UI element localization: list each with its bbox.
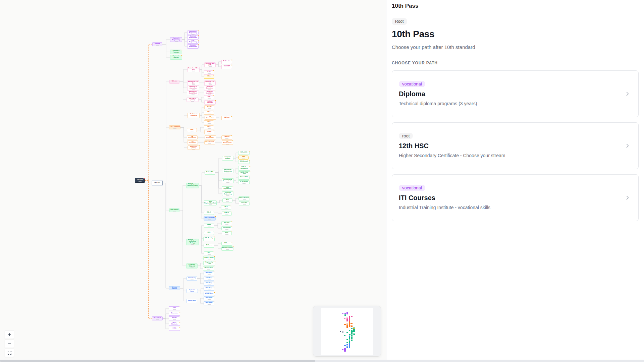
flow-node-cds[interactable]: CDS Entry (204, 277, 214, 281)
flow-node-bsc_nurs[interactable]: B.Sc Nursing (203, 237, 215, 241)
flow-node-hsc[interactable]: 12th HSC (152, 181, 163, 185)
flow-node-bsc[interactable]: B.Sc Physics/Math/Stats (204, 200, 217, 205)
flow-node-mjourn[interactable]: Master of Journalism (204, 85, 215, 90)
flow-node-dip_eng[interactable]: Diploma in Engineering (170, 37, 182, 42)
flow-node-cs2[interactable]: Computer Science (222, 156, 233, 161)
flow-node-commerce[interactable]: 12th Commerce (169, 125, 180, 129)
flow-node-cs_found[interactable]: CS Foundation (187, 140, 198, 144)
flow-node-mtech_mech[interactable]: M.Tech - Mechanical (238, 166, 250, 171)
flow-node-pcmb[interactable]: PCMB (All Subjects) (186, 263, 198, 268)
flow-node-bba[interactable]: BBA (187, 128, 197, 132)
flow-node-ca_found[interactable]: CA Foundation (187, 135, 198, 139)
flow-node-cma[interactable]: CMA (204, 120, 214, 124)
flow-node-mech_e[interactable]: Mechanical Engineering (187, 31, 199, 35)
flow-node-ba[interactable]: Bachelor of Arts (BA) (187, 67, 200, 72)
flow-node-mba_a[interactable]: MBA (204, 75, 214, 79)
flow-canvas[interactable]: 10th PassDiploma12th HSCITI CoursesDiplo… (0, 0, 386, 362)
horizontal-scrollbar[interactable] (0, 360, 644, 362)
flow-node-elec2[interactable]: Electrical Engineering (222, 191, 233, 196)
scrollbar-thumb[interactable] (0, 360, 315, 362)
flow-node-mcom[interactable]: M.Com (204, 105, 214, 109)
flow-node-bjourn[interactable]: Bachelor of Journalism (187, 85, 199, 90)
flow-node-elec_e[interactable]: Electrical Engineering (187, 35, 199, 40)
flow-node-airforce[interactable]: Indian Air Force (186, 289, 198, 293)
flow-node-bballb[interactable]: BBA LLB (5 years) (187, 145, 200, 150)
flow-node-ssc[interactable]: SSC Entry (204, 282, 214, 286)
flow-node-msw[interactable]: Master of Social Work (204, 90, 215, 95)
flow-node-cs_prof[interactable]: CS Professional (222, 140, 233, 145)
flow-node-dip_nurs[interactable]: Diploma in Nursing (170, 55, 182, 60)
flow-node-mds[interactable]: MDS (222, 231, 232, 235)
flow-node-judicial[interactable]: Judicial Services (204, 100, 216, 105)
flow-node-mba_s[interactable]: MBA (238, 156, 249, 160)
flow-node-phd_sci[interactable]: PhD in Science (238, 196, 250, 200)
flow-node-dip_pharm[interactable]: Diploma in Pharmacy (170, 50, 182, 54)
flow-node-bsw[interactable]: Bachelor of Social Work (187, 90, 199, 95)
flow-node-ugcnet_a[interactable]: UGC NET (221, 65, 232, 69)
flow-node-bed[interactable]: B.Ed (204, 70, 214, 75)
flow-node-pcb[interactable]: PCB (Physics, Chemistry, Biology) (186, 239, 199, 245)
flow-node-ca_i1[interactable]: CA Intermediate (205, 116, 216, 120)
flow-node-nda3[interactable]: NDA Entry (204, 296, 214, 300)
flow-node-btech[interactable]: B.Tech/B.E. (205, 171, 215, 175)
flow-node-vlsi[interactable]: VLSI Design (238, 180, 250, 184)
flow-node-phd_arts[interactable]: PhD in Arts (221, 60, 232, 64)
flow-node-pcm[interactable]: PCM (Physics, Chemistry, Math) (186, 183, 199, 188)
flow-node-cs_exec[interactable]: CS Executive (204, 140, 215, 144)
flow-node-welder[interactable]: Welder (169, 316, 180, 320)
flow-node-bfa[interactable]: Bachelor of Fine Arts (187, 80, 199, 85)
flow-node-iti[interactable]: ITI Courses (152, 316, 163, 320)
zoom-out-icon[interactable] (5, 340, 14, 348)
flow-node-m_arch[interactable]: M.Arch (222, 212, 232, 216)
flow-node-defence[interactable]: Defence Services (169, 286, 180, 290)
flow-node-afcat[interactable]: AFCAT Entry (204, 292, 215, 296)
flow-node-motor[interactable]: Motor Mechanic (169, 322, 180, 326)
flow-node-comp_e[interactable]: Computer Engineering (187, 44, 199, 49)
flow-node-nda_tech[interactable]: NDA (Technical) (204, 216, 216, 221)
flow-minimap[interactable] (313, 306, 381, 356)
flow-node-ballb[interactable]: BA LLB (5 years) (186, 98, 199, 102)
flow-node-pgdip[interactable]: PG Diploma (221, 226, 232, 230)
flow-node-mba_c2[interactable]: MBA (204, 125, 214, 129)
flow-node-electrician[interactable]: Electrician (169, 312, 180, 316)
flow-node-eng_path[interactable]: Engineering Path (203, 261, 215, 265)
flow-node-msc[interactable]: M.Sc (222, 198, 232, 202)
card-iti-courses[interactable]: vocational ITI Courses Industrial Traini… (392, 174, 639, 221)
flow-node-mtech_ece[interactable]: M.Tech/ECE (238, 176, 250, 180)
flow-node-civil_e[interactable]: Civil Engineering (187, 40, 199, 44)
flow-node-llm[interactable]: LLM (204, 95, 214, 99)
flow-node-diploma[interactable]: Diploma (152, 42, 162, 46)
flow-node-bpharm[interactable]: B.Pharm (204, 244, 214, 248)
flow-node-copa[interactable]: COPA (169, 327, 180, 331)
flow-node-b_arch[interactable]: B.Arch (204, 211, 214, 215)
flow-node-bams[interactable]: BAMS / BHMS (203, 256, 215, 260)
fit-view-icon[interactable] (5, 349, 14, 357)
flow-node-bpt[interactable]: BPT (204, 251, 214, 255)
flow-node-arts[interactable]: 12th Arts (169, 80, 179, 84)
flow-node-bcom[interactable]: Bachelor of Commerce (187, 113, 200, 118)
card-diploma[interactable]: vocational Diploma Technical diploma pro… (392, 70, 639, 117)
flow-node-root[interactable]: 10th Pass (135, 178, 145, 183)
flow-node-nda2[interactable]: NDA Entry (204, 287, 214, 291)
flow-node-nda1[interactable]: NDA Entry (204, 271, 214, 275)
flow-node-navy[interactable]: Indian Navy (186, 299, 197, 303)
flow-node-bds[interactable]: BDS (204, 231, 214, 235)
flow-node-science[interactable]: 12th Science (169, 208, 179, 212)
flow-node-mdms[interactable]: MD / MS (221, 221, 232, 225)
flow-node-med_path[interactable]: Medical Path (203, 266, 214, 270)
flow-node-mba_c[interactable]: MBA (204, 111, 214, 115)
zoom-in-icon[interactable] (5, 330, 14, 339)
flow-node-ca_f2[interactable]: CA Final (221, 135, 232, 140)
flow-node-mech2[interactable]: Mechanical Engineering (222, 169, 233, 173)
flow-node-mtech_cs[interactable]: M.Tech/CS (238, 151, 250, 155)
flow-node-ece[interactable]: Electronics & Communication (222, 178, 234, 183)
flow-node-civil2[interactable]: Civil Engineering (222, 186, 233, 190)
flow-node-mfa[interactable]: Master of Fine Arts (204, 80, 216, 85)
flow-node-pgdm[interactable]: PGDM (204, 130, 214, 134)
flow-node-army[interactable]: Indian Army (186, 277, 197, 281)
flow-node-ca_i2[interactable]: CA Intermediate (205, 135, 216, 139)
flow-node-pharma[interactable]: Pharma Industry (221, 246, 233, 251)
flow-node-ugcnet_s[interactable]: UGC NET (239, 201, 250, 205)
flow-node-mbbs[interactable]: MBBS (204, 224, 214, 228)
flow-node-fitter[interactable]: Fitter (169, 306, 180, 310)
